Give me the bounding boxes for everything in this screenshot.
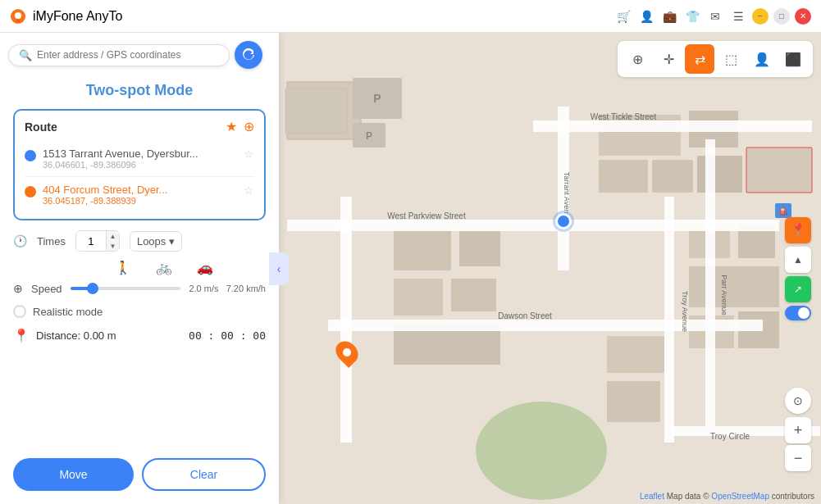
share-button[interactable]: ↗ xyxy=(785,276,811,302)
attribution-map: Map data © xyxy=(667,492,709,501)
times-up[interactable]: ▲ xyxy=(106,231,119,241)
speed-label: Speed xyxy=(31,283,62,295)
svg-rect-32 xyxy=(328,320,763,331)
person-tool[interactable]: 👤 xyxy=(747,44,777,74)
times-input-wrap[interactable]: ▲ ▼ xyxy=(75,230,120,252)
move-button[interactable]: Move xyxy=(13,458,134,491)
menu-icon[interactable]: ☰ xyxy=(729,7,747,25)
time-label: 00 : 00 : 00 xyxy=(189,329,266,342)
side-panel: ‹ Two-spot Mode Route ★ ⊕ 1513 Tarrant A… xyxy=(0,33,279,504)
times-arrows: ▲ ▼ xyxy=(106,231,119,251)
route-tool[interactable]: ⇄ xyxy=(685,44,714,74)
walk-icon[interactable]: 🚶 xyxy=(115,260,131,275)
loop-select[interactable]: Loops ▾ xyxy=(130,231,182,252)
origin-coords: 36.046601, -89.386096 xyxy=(43,160,237,170)
speed-slider[interactable] xyxy=(71,280,181,297)
route-box: Route ★ ⊕ 1513 Tarrant Avenue, Dyersbur.… xyxy=(13,109,266,220)
times-down[interactable]: ▼ xyxy=(106,241,119,251)
search-icon: 🔍 xyxy=(19,49,32,61)
clock-icon: 🕐 xyxy=(13,234,27,247)
speed-section: 🚶 🚲 🚗 ⊕ Speed 2.0 m/s 7.20 km/h xyxy=(13,260,266,297)
svg-rect-29 xyxy=(607,381,660,422)
arrow-up-button[interactable]: ▲ xyxy=(785,247,811,273)
car-icon[interactable]: 🚗 xyxy=(197,260,213,275)
street-label-troy-ave: Troy Avenue xyxy=(681,291,689,332)
marker-button[interactable]: 📍 xyxy=(785,217,811,243)
svg-rect-26 xyxy=(451,279,496,311)
dest-name: 404 Forcum Street, Dyer... xyxy=(43,184,237,196)
close-button[interactable]: ✕ xyxy=(795,8,811,25)
dest-coords: 36.045187, -89.388939 xyxy=(43,196,237,206)
user-icon[interactable]: 👤 xyxy=(637,7,655,25)
speed-value: 2.0 m/s 7.20 km/h xyxy=(189,284,266,293)
app-title: iMyFone AnyTo xyxy=(33,9,122,24)
zoom-controls: + − xyxy=(785,417,811,471)
svg-text:⛽: ⛽ xyxy=(779,207,789,216)
speed-track xyxy=(71,287,181,290)
svg-point-3 xyxy=(476,402,607,500)
search-input-wrap[interactable]: 🔍 xyxy=(8,44,230,66)
osm-link[interactable]: OpenStreetMap xyxy=(711,492,769,501)
svg-rect-36 xyxy=(705,139,715,426)
searchbar: 🔍 xyxy=(8,41,262,69)
svg-rect-16 xyxy=(746,148,812,193)
svg-rect-15 xyxy=(697,156,742,193)
svg-rect-30 xyxy=(533,120,812,132)
dist-icon: 📍 xyxy=(13,328,30,343)
times-input[interactable] xyxy=(76,232,106,251)
collapse-arrow[interactable]: ‹ xyxy=(269,252,289,285)
speed-ms: 2.0 m/s xyxy=(189,284,218,293)
svg-rect-24 xyxy=(459,229,500,266)
times-label: Times xyxy=(37,235,66,247)
add-stop-icon[interactable]: ⊕ xyxy=(244,119,254,134)
maximize-button[interactable]: □ xyxy=(773,8,790,25)
distance-label: Distance: 0.00 m xyxy=(36,329,116,342)
refresh-button[interactable] xyxy=(235,41,262,69)
speed-thumb[interactable] xyxy=(87,283,98,294)
attribution-contrib: contributors xyxy=(772,492,814,501)
svg-rect-23 xyxy=(394,229,451,270)
search-input[interactable] xyxy=(37,49,219,61)
waypoint-row-origin[interactable]: 1513 Tarrant Avenue, Dyersbur... 36.0466… xyxy=(25,143,254,175)
toggle-button[interactable] xyxy=(785,306,811,320)
speed-kmh: 7.20 km/h xyxy=(226,284,266,293)
crosshair-tool[interactable]: ⊕ xyxy=(623,44,652,74)
shirt-icon[interactable]: 👕 xyxy=(683,7,701,25)
realistic-checkbox[interactable] xyxy=(13,305,26,318)
origin-star[interactable]: ☆ xyxy=(244,148,254,161)
leaflet-link[interactable]: Leaflet xyxy=(640,492,664,501)
svg-text:P: P xyxy=(366,130,372,142)
svg-rect-28 xyxy=(607,336,664,373)
mail-icon[interactable]: ✉ xyxy=(706,7,724,25)
dest-star[interactable]: ☆ xyxy=(244,184,254,197)
origin-name: 1513 Tarrant Avenue, Dyersbur... xyxy=(43,148,237,160)
bag-icon[interactable]: 💼 xyxy=(660,7,678,25)
compass-button[interactable]: ⊙ xyxy=(785,388,811,414)
realistic-row: Realistic mode xyxy=(13,305,266,318)
street-label-troy-circle: Troy Circle xyxy=(710,432,750,441)
loop-chevron: ▾ xyxy=(169,235,175,247)
loop-value: Loops xyxy=(137,235,166,247)
route-header: Route ★ ⊕ xyxy=(25,119,254,134)
titlebar-left: iMyFone AnyTo xyxy=(10,8,122,25)
clear-button[interactable]: Clear xyxy=(142,458,266,491)
waypoint-row-dest[interactable]: 404 Forcum Street, Dyer... 36.045187, -8… xyxy=(25,179,254,211)
route-label: Route xyxy=(25,120,57,134)
titlebar-right: 🛒 👤 💼 👕 ✉ ☰ − □ ✕ xyxy=(614,7,811,25)
screen-tool[interactable]: ⬛ xyxy=(778,44,808,74)
bike-icon[interactable]: 🚲 xyxy=(156,260,172,275)
svg-rect-37 xyxy=(664,197,674,443)
times-row: 🕐 Times ▲ ▼ Loops ▾ xyxy=(13,230,266,252)
origin-marker xyxy=(555,213,572,229)
speed-row: ⊕ Speed 2.0 m/s 7.20 km/h xyxy=(13,280,266,297)
minimize-button[interactable]: − xyxy=(752,8,769,25)
svg-rect-34 xyxy=(340,197,352,443)
star-icon[interactable]: ★ xyxy=(226,119,237,134)
zoom-in-button[interactable]: + xyxy=(785,417,811,443)
box-tool[interactable]: ⬚ xyxy=(716,44,746,74)
cart-icon[interactable]: 🛒 xyxy=(614,7,632,25)
zoom-out-button[interactable]: − xyxy=(785,445,811,471)
main-area: P P xyxy=(0,33,821,504)
move-tool[interactable]: ✛ xyxy=(654,44,683,74)
distance-section: 📍 Distance: 0.00 m 00 : 00 : 00 xyxy=(13,328,266,343)
